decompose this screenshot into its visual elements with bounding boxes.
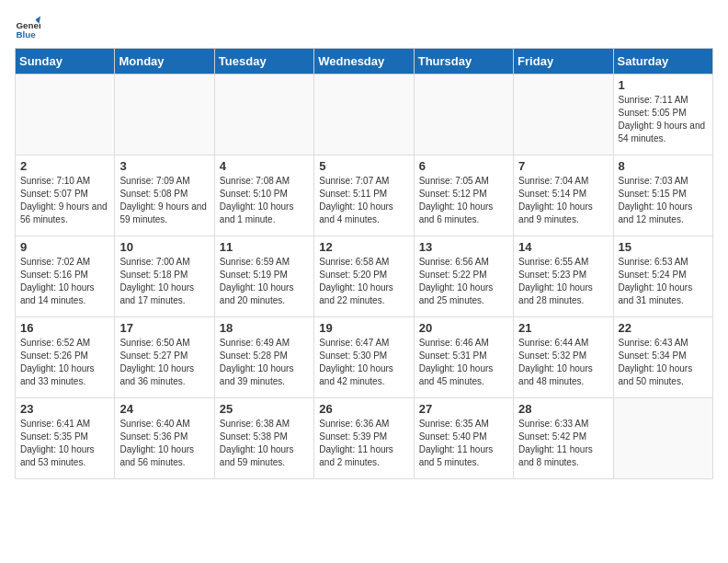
weekday-header-sunday: Sunday [16, 49, 115, 75]
day-info: Sunrise: 6:55 AM Sunset: 5:23 PM Dayligh… [518, 256, 608, 307]
day-cell [214, 75, 313, 155]
weekday-header-thursday: Thursday [414, 49, 513, 75]
day-cell: 19Sunrise: 6:47 AM Sunset: 5:30 PM Dayli… [314, 317, 414, 398]
day-info: Sunrise: 6:41 AM Sunset: 5:35 PM Dayligh… [20, 418, 109, 469]
day-info: Sunrise: 7:09 AM Sunset: 5:08 PM Dayligh… [119, 175, 209, 226]
day-cell: 21Sunrise: 6:44 AM Sunset: 5:32 PM Dayli… [514, 317, 613, 398]
day-cell: 9Sunrise: 7:02 AM Sunset: 5:16 PM Daylig… [16, 236, 115, 317]
day-number: 12 [319, 240, 408, 254]
day-cell: 22Sunrise: 6:43 AM Sunset: 5:34 PM Dayli… [613, 317, 712, 398]
weekday-header-tuesday: Tuesday [214, 49, 313, 75]
day-cell [613, 398, 712, 479]
day-cell: 18Sunrise: 6:49 AM Sunset: 5:28 PM Dayli… [214, 317, 313, 398]
day-info: Sunrise: 6:36 AM Sunset: 5:39 PM Dayligh… [319, 418, 408, 469]
day-info: Sunrise: 6:44 AM Sunset: 5:32 PM Dayligh… [518, 337, 608, 388]
day-info: Sunrise: 7:04 AM Sunset: 5:14 PM Dayligh… [518, 175, 608, 226]
day-cell: 1Sunrise: 7:11 AM Sunset: 5:05 PM Daylig… [613, 75, 712, 155]
day-number: 27 [419, 402, 508, 416]
day-number: 19 [319, 321, 408, 335]
day-number: 15 [619, 240, 708, 254]
day-info: Sunrise: 7:03 AM Sunset: 5:15 PM Dayligh… [619, 175, 708, 226]
day-cell: 24Sunrise: 6:40 AM Sunset: 5:36 PM Dayli… [115, 398, 214, 479]
day-number: 5 [319, 159, 408, 173]
day-cell: 2Sunrise: 7:10 AM Sunset: 5:07 PM Daylig… [16, 155, 115, 236]
weekday-header-saturday: Saturday [613, 49, 712, 75]
day-cell [414, 75, 513, 155]
day-cell: 15Sunrise: 6:53 AM Sunset: 5:24 PM Dayli… [613, 236, 712, 317]
day-number: 2 [20, 159, 109, 173]
day-cell: 12Sunrise: 6:58 AM Sunset: 5:20 PM Dayli… [314, 236, 414, 317]
day-info: Sunrise: 6:33 AM Sunset: 5:42 PM Dayligh… [518, 418, 608, 469]
day-cell: 6Sunrise: 7:05 AM Sunset: 5:12 PM Daylig… [414, 155, 513, 236]
day-number: 6 [419, 159, 508, 173]
day-cell: 13Sunrise: 6:56 AM Sunset: 5:22 PM Dayli… [414, 236, 513, 317]
svg-text:Blue: Blue [16, 29, 36, 40]
day-number: 25 [220, 402, 309, 416]
day-cell: 26Sunrise: 6:36 AM Sunset: 5:39 PM Dayli… [314, 398, 414, 479]
week-row-4: 16Sunrise: 6:52 AM Sunset: 5:26 PM Dayli… [16, 317, 713, 398]
day-info: Sunrise: 7:07 AM Sunset: 5:11 PM Dayligh… [319, 175, 408, 226]
day-number: 24 [119, 402, 209, 416]
day-cell: 28Sunrise: 6:33 AM Sunset: 5:42 PM Dayli… [514, 398, 613, 479]
day-number: 3 [119, 159, 209, 173]
day-cell: 17Sunrise: 6:50 AM Sunset: 5:27 PM Dayli… [115, 317, 214, 398]
day-cell: 23Sunrise: 6:41 AM Sunset: 5:35 PM Dayli… [16, 398, 115, 479]
logo: General Blue [15, 15, 44, 40]
page-header: General Blue [15, 15, 713, 40]
day-number: 14 [518, 240, 608, 254]
day-number: 8 [619, 159, 708, 173]
day-number: 4 [220, 159, 309, 173]
day-number: 22 [619, 321, 708, 335]
day-number: 10 [119, 240, 209, 254]
weekday-header-monday: Monday [115, 49, 214, 75]
day-cell [314, 75, 414, 155]
day-cell [16, 75, 115, 155]
day-info: Sunrise: 7:05 AM Sunset: 5:12 PM Dayligh… [419, 175, 508, 226]
weekday-header-friday: Friday [514, 49, 613, 75]
day-info: Sunrise: 6:47 AM Sunset: 5:30 PM Dayligh… [319, 337, 408, 388]
week-row-1: 1Sunrise: 7:11 AM Sunset: 5:05 PM Daylig… [16, 75, 713, 155]
day-info: Sunrise: 6:59 AM Sunset: 5:19 PM Dayligh… [220, 256, 309, 307]
day-info: Sunrise: 6:43 AM Sunset: 5:34 PM Dayligh… [619, 337, 708, 388]
day-cell: 20Sunrise: 6:46 AM Sunset: 5:31 PM Dayli… [414, 317, 513, 398]
day-info: Sunrise: 7:08 AM Sunset: 5:10 PM Dayligh… [220, 175, 309, 226]
day-info: Sunrise: 6:46 AM Sunset: 5:31 PM Dayligh… [419, 337, 508, 388]
day-info: Sunrise: 6:35 AM Sunset: 5:40 PM Dayligh… [419, 418, 508, 469]
logo-icon: General Blue [15, 15, 40, 40]
day-cell: 14Sunrise: 6:55 AM Sunset: 5:23 PM Dayli… [514, 236, 613, 317]
weekday-header-row: SundayMondayTuesdayWednesdayThursdayFrid… [16, 49, 713, 75]
day-info: Sunrise: 7:00 AM Sunset: 5:18 PM Dayligh… [119, 256, 209, 307]
day-cell: 25Sunrise: 6:38 AM Sunset: 5:38 PM Dayli… [214, 398, 313, 479]
week-row-5: 23Sunrise: 6:41 AM Sunset: 5:35 PM Dayli… [16, 398, 713, 479]
day-number: 26 [319, 402, 408, 416]
day-number: 16 [20, 321, 109, 335]
day-cell: 8Sunrise: 7:03 AM Sunset: 5:15 PM Daylig… [613, 155, 712, 236]
day-info: Sunrise: 7:02 AM Sunset: 5:16 PM Dayligh… [20, 256, 109, 307]
day-number: 9 [20, 240, 109, 254]
day-info: Sunrise: 6:58 AM Sunset: 5:20 PM Dayligh… [319, 256, 408, 307]
day-number: 1 [619, 78, 708, 92]
day-cell: 11Sunrise: 6:59 AM Sunset: 5:19 PM Dayli… [214, 236, 313, 317]
day-info: Sunrise: 6:56 AM Sunset: 5:22 PM Dayligh… [419, 256, 508, 307]
day-info: Sunrise: 6:40 AM Sunset: 5:36 PM Dayligh… [119, 418, 209, 469]
day-number: 21 [518, 321, 608, 335]
day-info: Sunrise: 6:52 AM Sunset: 5:26 PM Dayligh… [20, 337, 109, 388]
day-number: 11 [220, 240, 309, 254]
weekday-header-wednesday: Wednesday [314, 49, 414, 75]
day-info: Sunrise: 6:38 AM Sunset: 5:38 PM Dayligh… [220, 418, 309, 469]
day-number: 18 [220, 321, 309, 335]
day-number: 7 [518, 159, 608, 173]
day-cell: 10Sunrise: 7:00 AM Sunset: 5:18 PM Dayli… [115, 236, 214, 317]
day-cell: 27Sunrise: 6:35 AM Sunset: 5:40 PM Dayli… [414, 398, 513, 479]
week-row-2: 2Sunrise: 7:10 AM Sunset: 5:07 PM Daylig… [16, 155, 713, 236]
day-cell: 5Sunrise: 7:07 AM Sunset: 5:11 PM Daylig… [314, 155, 414, 236]
day-info: Sunrise: 7:11 AM Sunset: 5:05 PM Dayligh… [619, 94, 708, 145]
day-info: Sunrise: 6:50 AM Sunset: 5:27 PM Dayligh… [119, 337, 209, 388]
day-number: 17 [119, 321, 209, 335]
day-number: 20 [419, 321, 508, 335]
day-info: Sunrise: 7:10 AM Sunset: 5:07 PM Dayligh… [20, 175, 109, 226]
day-cell: 3Sunrise: 7:09 AM Sunset: 5:08 PM Daylig… [115, 155, 214, 236]
day-info: Sunrise: 6:49 AM Sunset: 5:28 PM Dayligh… [220, 337, 309, 388]
day-number: 13 [419, 240, 508, 254]
day-cell: 16Sunrise: 6:52 AM Sunset: 5:26 PM Dayli… [16, 317, 115, 398]
